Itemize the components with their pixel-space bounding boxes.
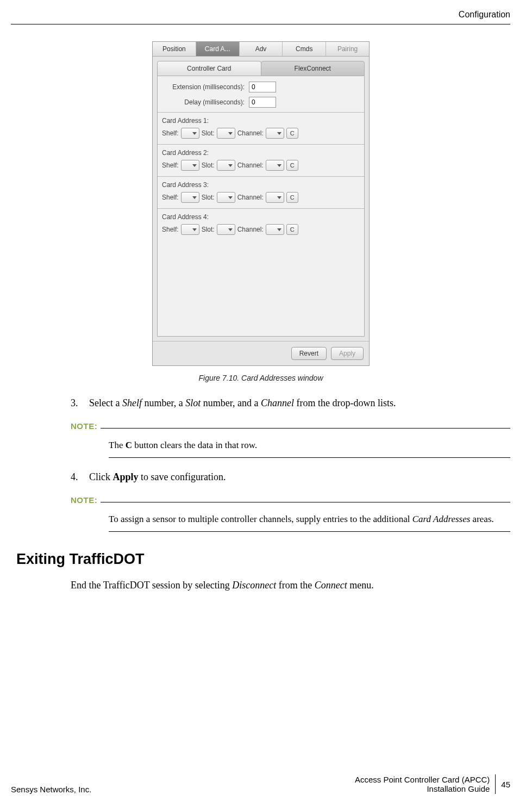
card-address-1-title: Card Address 1: xyxy=(162,117,360,125)
slot-dropdown-2[interactable] xyxy=(217,160,235,171)
slot-label-3: Slot: xyxy=(202,194,215,201)
panel-divider xyxy=(158,208,364,209)
step-3-number: 3. xyxy=(71,396,89,411)
tab-position[interactable]: Position xyxy=(153,42,196,56)
step-3: 3. Select a Shelf number, a Slot number,… xyxy=(71,396,510,411)
text: number, a xyxy=(142,398,185,408)
text: areas. xyxy=(470,514,493,524)
exiting-trafficdot-heading: Exiting TrafficDOT xyxy=(16,548,510,570)
flexconnect-panel: Extension (milliseconds): Delay (millise… xyxy=(157,76,365,337)
slot-label-1: Slot: xyxy=(202,129,215,137)
note-label: NOTE: xyxy=(71,494,97,507)
text: button clears the data in that row. xyxy=(132,440,257,450)
figure-caption: Figure 7.10. Card Addresses window xyxy=(152,374,370,382)
tab-pairing[interactable]: Pairing xyxy=(326,42,369,56)
tab-cmds[interactable]: Cmds xyxy=(283,42,326,56)
channel-dropdown-4[interactable] xyxy=(266,224,284,235)
tab-card-a[interactable]: Card A... xyxy=(196,42,240,56)
sub-tab-row: Controller Card FlexConnect xyxy=(157,61,365,76)
shelf-term: Shelf xyxy=(122,398,142,408)
slot-dropdown-1[interactable] xyxy=(217,128,235,139)
chevron-down-icon xyxy=(277,228,281,231)
clear-button-1[interactable]: C xyxy=(286,128,298,139)
chevron-down-icon xyxy=(192,196,197,199)
chevron-down-icon xyxy=(192,228,197,231)
note-2: NOTE: To assign a sensor to multiple con… xyxy=(71,494,510,532)
clear-button-3[interactable]: C xyxy=(286,192,298,203)
subtab-controller-card[interactable]: Controller Card xyxy=(157,61,261,76)
disconnect-term: Disconnect xyxy=(232,580,276,591)
c-button-ref: C xyxy=(126,440,132,450)
clear-button-2[interactable]: C xyxy=(286,160,298,171)
text: from the drop-down lists. xyxy=(294,398,396,408)
note-2-body: To assign a sensor to multiple controlle… xyxy=(109,512,510,526)
slot-dropdown-4[interactable] xyxy=(217,224,235,235)
channel-term: Channel xyxy=(261,398,294,408)
text: Select a xyxy=(89,398,122,408)
revert-button[interactable]: Revert xyxy=(291,347,327,360)
apply-button[interactable]: Apply xyxy=(331,347,364,360)
text: to save configuration. xyxy=(139,471,226,482)
channel-label-3: Channel: xyxy=(237,194,264,201)
slot-dropdown-3[interactable] xyxy=(217,192,235,203)
clear-button-4[interactable]: C xyxy=(286,224,298,235)
figure-area: Position Card A... Adv Cmds Pairing Cont… xyxy=(152,41,370,382)
extension-input[interactable] xyxy=(249,82,276,92)
channel-label-4: Channel: xyxy=(237,226,264,233)
text: menu. xyxy=(347,580,374,591)
window-button-row: Revert Apply xyxy=(153,341,369,365)
shelf-dropdown-3[interactable] xyxy=(181,192,199,203)
channel-dropdown-3[interactable] xyxy=(266,192,284,203)
chevron-down-icon xyxy=(277,132,281,135)
shelf-dropdown-2[interactable] xyxy=(181,160,199,171)
note-1: NOTE: The C button clears the data in th… xyxy=(71,420,510,458)
card-address-2-title: Card Address 2: xyxy=(162,149,360,157)
shelf-dropdown-4[interactable] xyxy=(181,224,199,235)
main-tab-row: Position Card A... Adv Cmds Pairing xyxy=(153,42,369,57)
delay-label: Delay (milliseconds): xyxy=(162,98,249,106)
chevron-down-icon xyxy=(277,196,281,199)
channel-label-1: Channel: xyxy=(237,129,264,137)
text: To assign a sensor to multiple controlle… xyxy=(109,514,412,524)
note-rule xyxy=(101,428,510,429)
footer-company: Sensys Networks, Inc. xyxy=(11,785,91,794)
delay-input[interactable] xyxy=(249,97,276,108)
text: End the TrafficDOT session by selecting xyxy=(71,580,232,591)
channel-dropdown-2[interactable] xyxy=(266,160,284,171)
panel-divider xyxy=(158,176,364,177)
slot-label-4: Slot: xyxy=(202,226,215,233)
apply-ref: Apply xyxy=(113,471,139,482)
header-rule xyxy=(11,24,510,24)
body-content: 3. Select a Shelf number, a Slot number,… xyxy=(71,396,510,593)
text: The xyxy=(109,440,126,450)
note-label: NOTE: xyxy=(71,420,97,433)
subtab-flexconnect[interactable]: FlexConnect xyxy=(261,61,365,76)
card-address-2-row: Shelf: Slot: Channel: C xyxy=(162,160,360,171)
header-section-label: Configuration xyxy=(459,10,510,20)
footer-separator xyxy=(495,774,496,794)
slot-term: Slot xyxy=(185,398,201,408)
note-end-rule xyxy=(109,457,510,458)
shelf-label-1: Shelf: xyxy=(162,129,179,137)
shelf-label-3: Shelf: xyxy=(162,194,179,201)
chevron-down-icon xyxy=(228,228,233,231)
tab-adv[interactable]: Adv xyxy=(240,42,283,56)
shelf-dropdown-1[interactable] xyxy=(181,128,199,139)
card-address-4-title: Card Address 4: xyxy=(162,213,360,221)
panel-divider xyxy=(158,112,364,113)
step-4: 4. Click Apply to save configuration. xyxy=(71,470,510,485)
connect-term: Connect xyxy=(315,580,347,591)
card-addresses-window: Position Card A... Adv Cmds Pairing Cont… xyxy=(152,41,370,366)
text: from the xyxy=(276,580,314,591)
exiting-trafficdot-body: End the TrafficDOT session by selecting … xyxy=(71,578,510,593)
card-address-1-row: Shelf: Slot: Channel: C xyxy=(162,128,360,139)
shelf-label-4: Shelf: xyxy=(162,226,179,233)
page-footer: Sensys Networks, Inc. Access Point Contr… xyxy=(11,774,510,794)
note-1-body: The C button clears the data in that row… xyxy=(109,438,510,452)
footer-doc-title: Access Point Controller Card (APCC) xyxy=(355,775,490,784)
chevron-down-icon xyxy=(228,132,233,135)
channel-dropdown-1[interactable] xyxy=(266,128,284,139)
card-address-3-row: Shelf: Slot: Channel: C xyxy=(162,192,360,203)
chevron-down-icon xyxy=(192,164,197,167)
slot-label-2: Slot: xyxy=(202,162,215,169)
